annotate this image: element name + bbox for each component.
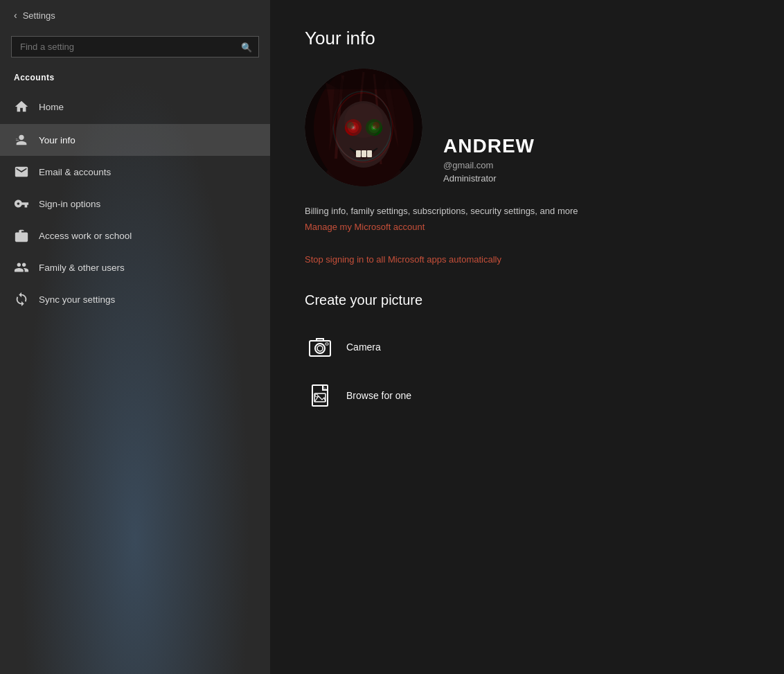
sidebar-item-your-info[interactable]: Your info <box>0 124 270 156</box>
stop-signing-link[interactable]: Stop signing in to all Microsoft apps au… <box>305 254 501 265</box>
chevron-left-icon: ‹ <box>14 10 17 21</box>
svg-rect-23 <box>305 69 422 89</box>
browse-label: Browse for one <box>346 390 411 401</box>
user-details: ANDREW @gmail.com Administrator <box>443 135 535 186</box>
sidebar-item-work-school-label: Access work or school <box>39 231 132 241</box>
sidebar-item-home-label: Home <box>39 102 64 112</box>
user-role: Administrator <box>443 173 535 184</box>
search-icon: 🔍 <box>241 42 252 52</box>
browse-option[interactable]: Browse for one <box>305 373 749 418</box>
svg-point-22 <box>344 103 383 138</box>
camera-option[interactable]: Camera <box>305 325 749 369</box>
svg-point-25 <box>315 344 325 353</box>
billing-info-text: Billing info, family settings, subscript… <box>305 206 749 216</box>
sidebar-item-email-accounts[interactable]: Email & accounts <box>0 156 270 188</box>
sidebar-item-sign-in[interactable]: Sign-in options <box>0 188 270 220</box>
svg-rect-0 <box>16 139 18 139</box>
sidebar-item-sign-in-label: Sign-in options <box>39 199 100 209</box>
email-icon <box>14 164 29 179</box>
sidebar-item-email-label: Email & accounts <box>39 167 111 177</box>
settings-back[interactable]: ‹ Settings <box>0 0 270 30</box>
profile-section: ANDREW @gmail.com Administrator <box>305 69 749 186</box>
sidebar-item-family[interactable]: Family & other users <box>0 251 270 283</box>
main-content: Your info <box>270 0 784 674</box>
sync-icon <box>14 292 29 307</box>
svg-point-30 <box>315 394 318 397</box>
manage-account-link[interactable]: Manage my Microsoft account <box>305 222 749 232</box>
camera-label: Camera <box>346 342 381 353</box>
create-picture-title: Create your picture <box>305 292 749 308</box>
sidebar-item-family-label: Family & other users <box>39 263 125 273</box>
person-icon <box>14 132 29 148</box>
user-email: @gmail.com <box>443 160 535 170</box>
search-container: 🔍 <box>11 36 259 57</box>
svg-rect-17 <box>356 150 361 157</box>
file-browse-icon <box>305 380 335 411</box>
svg-rect-18 <box>362 150 366 157</box>
accounts-section-title: Accounts <box>0 69 270 89</box>
avatar <box>305 69 422 186</box>
page-title: Your info <box>305 28 749 49</box>
briefcase-icon <box>14 228 29 243</box>
sidebar-item-sync[interactable]: Sync your settings <box>0 283 270 315</box>
sidebar-item-home[interactable]: Home <box>0 89 270 124</box>
sidebar-item-work-school[interactable]: Access work or school <box>0 220 270 251</box>
sidebar-item-sync-label: Sync your settings <box>39 294 115 305</box>
key-icon <box>14 196 29 211</box>
svg-rect-1 <box>16 140 19 141</box>
settings-back-label: Settings <box>23 10 55 21</box>
search-input[interactable] <box>11 36 259 57</box>
home-icon <box>14 99 29 114</box>
svg-rect-19 <box>367 150 372 157</box>
user-name: ANDREW <box>443 135 535 157</box>
svg-point-26 <box>317 346 323 351</box>
sidebar-item-your-info-label: Your info <box>39 135 75 145</box>
svg-rect-27 <box>326 343 328 345</box>
camera-icon <box>305 332 335 362</box>
sidebar: ‹ Settings 🔍 Accounts Home Your info <box>0 0 270 674</box>
people-icon <box>14 260 29 275</box>
